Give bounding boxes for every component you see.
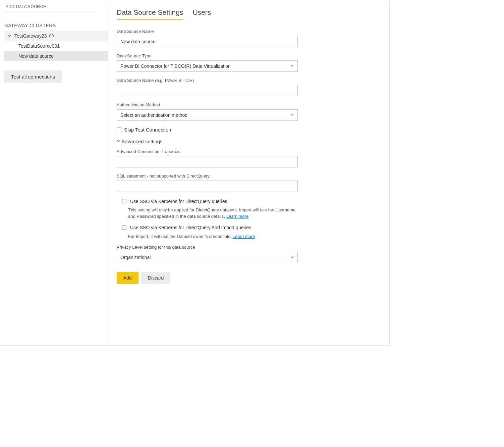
tabs: Data Source Settings Users xyxy=(117,8,386,20)
data-source-name-input[interactable] xyxy=(117,36,298,47)
data-source-label: New data source xyxy=(18,53,54,59)
dsn2-input[interactable] xyxy=(117,85,298,96)
tab-settings[interactable]: Data Source Settings xyxy=(117,8,183,20)
sql-statement-input[interactable] xyxy=(117,181,298,192)
main-panel: Data Source Settings Users Data Source N… xyxy=(108,0,389,345)
auth-method-value: Select an authentication method xyxy=(120,112,187,118)
gateway-root-item[interactable]: TestGateway23 xyxy=(4,31,108,41)
chevron-down-icon xyxy=(117,139,121,144)
data-source-type-select[interactable]: Power BI Connector for TIBCO(R) Data Vir… xyxy=(117,60,298,72)
sso-directquery-import-label: Use SSO via Kerberos for DirectQuery And… xyxy=(130,225,251,230)
privacy-level-label: Privacy Level setting for this data sour… xyxy=(117,245,386,250)
discard-button[interactable]: Discard xyxy=(141,272,170,284)
sso-directquery-desc: This setting will only be applied for Di… xyxy=(128,207,302,220)
data-source-type-label: Data Source Type xyxy=(117,53,386,58)
chevron-down-icon xyxy=(290,64,294,68)
learn-more-link[interactable]: Learn more xyxy=(233,234,255,239)
chevron-down-icon xyxy=(6,34,12,38)
data-source-name-label: Data Source Name xyxy=(117,29,386,34)
chevron-down-icon xyxy=(290,255,294,260)
chevron-down-icon xyxy=(290,113,294,117)
advanced-settings-label: Advanced settings xyxy=(121,139,163,144)
tab-users[interactable]: Users xyxy=(192,8,211,20)
auth-method-select[interactable]: Select an authentication method xyxy=(117,109,298,121)
data-source-item[interactable]: New data source xyxy=(4,51,108,61)
add-button[interactable]: Add xyxy=(117,272,138,284)
sso-directquery-label: Use SSO via Kerberos for DirectQuery que… xyxy=(130,199,227,204)
privacy-level-select[interactable]: Organizational xyxy=(117,252,298,263)
dsn2-label: Data Source Name (e.g. Power BI TDV) xyxy=(117,78,386,83)
sso-directquery-import-checkbox[interactable] xyxy=(122,226,126,230)
data-source-label: TestDataSource001 xyxy=(18,43,60,49)
gateway-tree: TestGateway23 TestDataSource001 New data… xyxy=(4,31,108,61)
skip-test-label: Skip Test Connection xyxy=(124,127,171,133)
sso-directquery-import-desc: For Import, it will use the Dataset owne… xyxy=(128,234,302,240)
privacy-level-value: Organizational xyxy=(120,255,151,260)
auth-method-label: Authentication Method xyxy=(117,102,386,107)
data-source-item[interactable]: TestDataSource001 xyxy=(4,41,108,51)
adv-conn-props-label: Advanced Connection Properties xyxy=(117,149,386,154)
cloud-sync-icon xyxy=(49,34,54,38)
adv-conn-props-input[interactable] xyxy=(117,156,298,167)
sidebar: ADD DATA SOURCE GATEWAY CLUSTERS TestGat… xyxy=(0,0,108,345)
data-source-type-value: Power BI Connector for TIBCO(R) Data Vir… xyxy=(120,63,231,69)
gateway-clusters-title: GATEWAY CLUSTERS xyxy=(4,11,108,31)
learn-more-link[interactable]: Learn more xyxy=(226,214,248,219)
gateway-name: TestGateway23 xyxy=(12,33,47,39)
sql-statement-label: SQL statement - not supported with Direc… xyxy=(117,173,386,179)
test-all-connections-button[interactable]: Test all connections xyxy=(4,70,62,83)
sidebar-header: ADD DATA SOURCE xyxy=(4,4,95,11)
sso-directquery-checkbox[interactable] xyxy=(122,199,126,203)
skip-test-checkbox[interactable] xyxy=(117,128,121,132)
advanced-settings-toggle[interactable]: Advanced settings xyxy=(117,139,386,144)
